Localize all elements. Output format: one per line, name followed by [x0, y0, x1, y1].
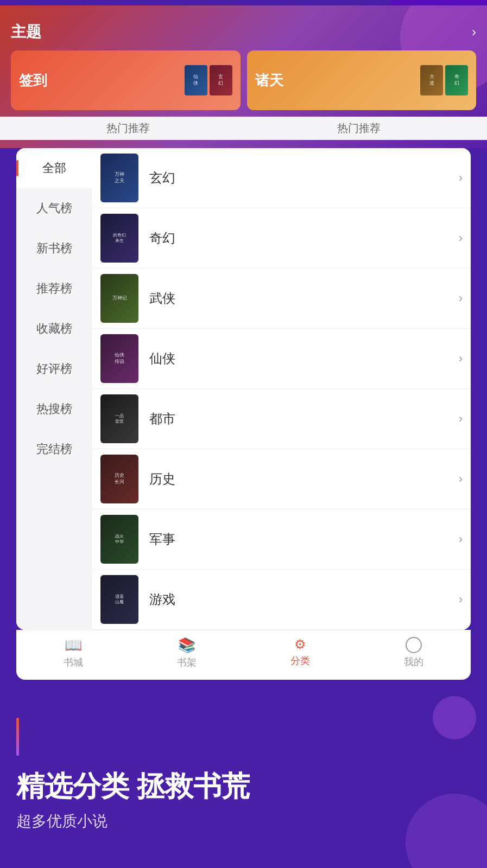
banner-row: 签到 仙侠 玄幻 诸天 大道 — [11, 50, 476, 110]
banner-zhutian-books: 大道 奇幻 — [420, 65, 468, 95]
sidebar-item-tuijian[interactable]: 推荐榜 — [16, 269, 92, 309]
nav-wode[interactable]: 我的 — [357, 637, 471, 669]
section-title: 主题 — [11, 22, 41, 42]
cover-junshi: 战火中华 — [100, 515, 138, 564]
promo-section: 精选分类 拯救书荒 超多优质小说 — [0, 685, 487, 868]
sidebar-item-wanjie[interactable]: 完结榜 — [16, 429, 92, 469]
sidebar-item-haoping[interactable]: 好评榜 — [16, 349, 92, 389]
arrow-xuanhuan: › — [459, 171, 463, 185]
hot-label-2: 热门推荐 — [247, 121, 471, 136]
sidebar-item-quanbu[interactable]: 全部 — [16, 148, 92, 188]
sidebar-item-xinshu[interactable]: 新书榜 — [16, 228, 92, 269]
fenlei-icon: ⚙ — [294, 637, 306, 652]
category-qihuan[interactable]: 的奇幻来生 奇幻 › — [92, 208, 471, 269]
main-card: 全部 人气榜 新书榜 推荐榜 收藏榜 好评榜 — [16, 148, 471, 630]
nav-shujia[interactable]: 📚 书架 — [130, 637, 243, 669]
shucheng-icon: 📖 — [65, 637, 82, 654]
category-name-youxi: 游戏 — [149, 591, 459, 608]
promo-title: 精选分类 拯救书荒 — [16, 769, 471, 803]
category-name-qihuan: 奇幻 — [149, 229, 459, 247]
category-dushi[interactable]: 一品堂堂 都市 › — [92, 389, 471, 449]
category-wuxia[interactable]: 万神记 武侠 › — [92, 269, 471, 329]
promo-accent — [16, 718, 19, 756]
category-name-xianxia: 仙侠 — [149, 350, 459, 367]
nav-fenlei[interactable]: ⚙ 分类 — [244, 637, 357, 669]
banner-zhutian[interactable]: 诸天 大道 奇幻 — [247, 50, 477, 110]
sidebar-item-resou[interactable]: 热搜榜 — [16, 389, 92, 429]
cover-wuxia: 万神记 — [100, 274, 138, 323]
arrow-xianxia: › — [459, 352, 463, 366]
cover-lishi: 历史长河 — [100, 455, 138, 503]
sidebar: 全部 人气榜 新书榜 推荐榜 收藏榜 好评榜 — [16, 148, 92, 630]
top-section: 主题 › 签到 仙侠 玄幻 — [0, 5, 487, 148]
category-xuanhuan[interactable]: 万神之天 玄幻 › — [92, 148, 471, 208]
shucheng-label: 书城 — [64, 656, 83, 669]
section-header: 主题 › — [11, 22, 476, 42]
promo-subtitle: 超多优质小说 — [16, 811, 471, 832]
cover-xuanhuan: 万神之天 — [100, 154, 138, 202]
cover-dushi: 一品堂堂 — [100, 394, 138, 443]
cover-xianxia: 仙侠传说 — [100, 334, 138, 383]
banner-qiandao[interactable]: 签到 仙侠 玄幻 — [11, 50, 241, 110]
shujia-icon: 📚 — [178, 637, 195, 654]
banner-qiandao-label: 签到 — [19, 71, 47, 90]
category-name-dushi: 都市 — [149, 410, 459, 427]
category-name-junshi: 军事 — [149, 531, 459, 548]
category-xianxia[interactable]: 仙侠传说 仙侠 › — [92, 329, 471, 389]
nav-shucheng[interactable]: 📖 书城 — [16, 637, 130, 669]
sidebar-item-renqi[interactable]: 人气榜 — [16, 188, 92, 228]
book-thumb-4: 奇幻 — [445, 65, 468, 95]
hot-labels-row: 热门推荐 热门推荐 — [0, 117, 487, 140]
fenlei-label: 分类 — [290, 654, 310, 667]
wode-label: 我的 — [404, 655, 423, 668]
banner-qiandao-books: 仙侠 玄幻 — [185, 65, 232, 95]
book-thumb-2: 玄幻 — [210, 65, 232, 95]
arrow-junshi: › — [459, 532, 463, 546]
hot-label-1: 热门推荐 — [16, 121, 241, 136]
cover-qihuan: 的奇幻来生 — [100, 214, 138, 263]
category-name-xuanhuan: 玄幻 — [149, 169, 459, 187]
arrow-qihuan: › — [459, 231, 463, 245]
section-arrow[interactable]: › — [472, 24, 476, 40]
wode-icon — [406, 637, 422, 653]
main-area: 全部 人气榜 新书榜 推荐榜 收藏榜 好评榜 — [0, 148, 487, 680]
book-thumb-3: 大道 — [420, 65, 443, 95]
sidebar-item-shoucang[interactable]: 收藏榜 — [16, 309, 92, 349]
category-name-lishi: 历史 — [149, 470, 459, 488]
cover-youxi: 逍遥山魔 — [100, 575, 138, 624]
category-lishi[interactable]: 历史长河 历史 › — [92, 449, 471, 509]
arrow-wuxia: › — [459, 291, 463, 305]
category-youxi[interactable]: 逍遥山魔 游戏 › — [92, 570, 471, 630]
book-thumb-1: 仙侠 — [185, 65, 207, 95]
category-junshi[interactable]: 战火中华 军事 › — [92, 509, 471, 570]
arrow-youxi: › — [459, 592, 463, 607]
banner-zhutian-label: 诸天 — [255, 71, 283, 90]
shujia-label: 书架 — [177, 656, 197, 669]
arrow-lishi: › — [459, 472, 463, 486]
bottom-nav: 📖 书城 📚 书架 ⚙ 分类 我的 — [16, 630, 471, 680]
category-list: 万神之天 玄幻 › 的奇幻来生 奇幻 › — [92, 148, 471, 630]
category-name-wuxia: 武侠 — [149, 290, 459, 307]
arrow-dushi: › — [459, 412, 463, 426]
